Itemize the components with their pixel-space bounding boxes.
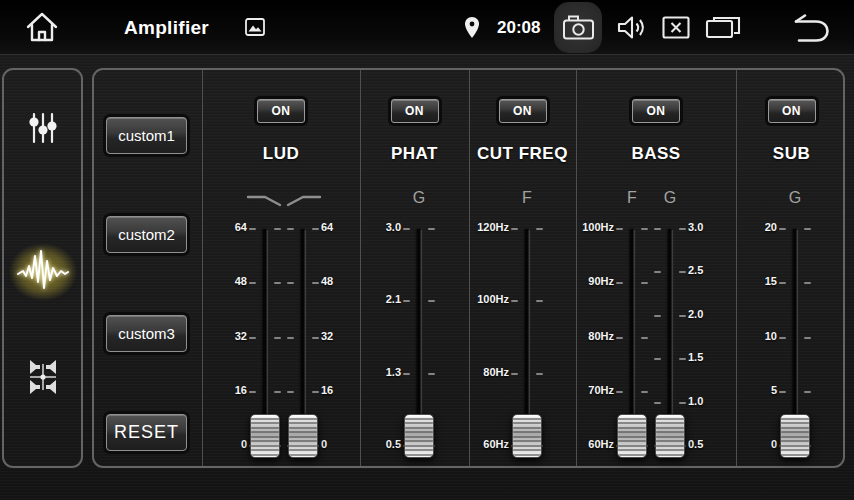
tick-mark (679, 228, 686, 230)
tick-mark (779, 391, 786, 393)
lud-slider-2[interactable] (287, 229, 319, 446)
channel-bass: ON BASS F100Hz90Hz80Hz70Hz60HzG3.02.52.0… (576, 70, 736, 466)
cut-freq-slider-1[interactable] (511, 229, 543, 446)
tick-mark (511, 300, 518, 302)
tick-mark (654, 402, 661, 404)
bass-slider-2-thumb[interactable] (655, 414, 685, 458)
tick-mark (511, 373, 518, 375)
sub-slider-1-band-label: G (779, 189, 811, 207)
lud-slider-1-scale: 644832160 (203, 229, 247, 446)
lud-slider-1[interactable] (249, 229, 281, 446)
channel-sub: ON SUB G20151050 (736, 70, 847, 466)
tick-mark (312, 391, 319, 393)
bass-on-button[interactable]: ON (632, 99, 680, 123)
tick-mark (679, 358, 686, 360)
phat-slider-1-band-label: G (403, 189, 435, 207)
custom3-button[interactable]: custom3 (106, 315, 187, 352)
custom2-button[interactable]: custom2 (106, 216, 187, 253)
tick-mark (616, 337, 623, 339)
tick-mark (511, 228, 518, 230)
phat-on-button[interactable]: ON (391, 99, 439, 123)
cut-freq-slider-1-band-label: F (511, 189, 543, 207)
sub-slider-1[interactable] (779, 229, 811, 446)
camera-button[interactable] (562, 14, 595, 41)
tick-mark (287, 228, 294, 230)
bass-slider-2[interactable] (654, 229, 686, 446)
phat-title: PHAT (360, 144, 469, 164)
sub-slider-1-scale: 20151050 (733, 229, 777, 446)
volume-button[interactable] (616, 14, 648, 41)
tick-mark (249, 391, 256, 393)
custom1-button[interactable]: custom1 (106, 117, 187, 154)
tick-mark (403, 373, 410, 375)
recent-apps-button[interactable] (705, 15, 741, 40)
phat-slider-1-thumb[interactable] (404, 414, 434, 458)
tick-mark (641, 228, 648, 230)
tick-mark (249, 337, 256, 339)
bass-slider-1[interactable] (616, 229, 648, 446)
home-button[interactable] (24, 9, 60, 46)
tick-mark (641, 282, 648, 284)
sub-on-button[interactable]: ON (768, 99, 816, 123)
bass-slider-1-band-label: F (616, 189, 648, 207)
camera-icon (562, 14, 595, 41)
reset-button[interactable]: RESET (106, 414, 187, 451)
back-button[interactable] (784, 13, 830, 43)
page-title: Amplifier (124, 0, 209, 55)
tick-mark (616, 282, 623, 284)
cut-freq-slider-1-thumb[interactable] (512, 414, 542, 458)
tick-mark (536, 300, 543, 302)
sidebar-item-speaker-balance[interactable] (4, 347, 81, 411)
lowpass-curve-icon (246, 194, 284, 212)
tick-mark (249, 282, 256, 284)
tick-mark (287, 282, 294, 284)
phat-slider-1[interactable] (403, 229, 435, 446)
sidebar-item-equalizer[interactable] (4, 98, 81, 162)
sidebar (2, 68, 83, 468)
bass-slider-1-scale: 100Hz90Hz80Hz70Hz60Hz (570, 229, 614, 446)
bass-slider-1-thumb[interactable] (617, 414, 647, 458)
bass-slider-2-scale: 3.02.52.01.51.00.5 (688, 229, 732, 446)
cut-freq-on-button[interactable]: ON (499, 99, 547, 123)
tick-mark (287, 337, 294, 339)
tick-mark (641, 391, 648, 393)
tick-mark (679, 315, 686, 317)
tick-mark (804, 391, 811, 393)
tick-mark (804, 282, 811, 284)
sidebar-item-sound-effect[interactable] (4, 240, 81, 304)
cut-freq-slider-1-scale: 120Hz100Hz80Hz60Hz (465, 229, 509, 446)
tick-mark (616, 391, 623, 393)
tick-mark (428, 373, 435, 375)
tick-mark (654, 315, 661, 317)
close-window-button[interactable] (662, 16, 690, 39)
tick-mark (616, 228, 623, 230)
tick-mark (312, 228, 319, 230)
top-status-bar: Amplifier 20:08 (0, 0, 854, 55)
tick-mark (274, 228, 281, 230)
gallery-button[interactable] (245, 18, 265, 36)
close-window-icon (662, 16, 690, 39)
tick-mark (654, 358, 661, 360)
sub-slider-1-thumb[interactable] (780, 414, 810, 458)
tick-mark (428, 228, 435, 230)
lud-title: LUD (202, 144, 360, 164)
tick-mark (654, 228, 661, 230)
tick-mark (428, 300, 435, 302)
recent-apps-icon (705, 15, 741, 40)
channel-phat: ON PHAT G3.02.11.30.5 (360, 70, 469, 466)
highpass-curve-icon (284, 194, 322, 212)
lud-on-button[interactable]: ON (257, 99, 305, 123)
home-icon (24, 9, 60, 46)
clock: 20:08 (497, 0, 540, 55)
tick-mark (779, 337, 786, 339)
preset-column: custom1 custom2 custom3 RESET (94, 70, 202, 466)
tick-mark (779, 228, 786, 230)
bass-slider-2-band-label: G (654, 189, 686, 207)
lud-slider-1-thumb[interactable] (250, 414, 280, 458)
lud-slider-2-thumb[interactable] (288, 414, 318, 458)
location-pin-icon (464, 16, 480, 39)
back-icon (784, 13, 830, 43)
tick-mark (312, 282, 319, 284)
tick-mark (536, 373, 543, 375)
tick-mark (274, 337, 281, 339)
